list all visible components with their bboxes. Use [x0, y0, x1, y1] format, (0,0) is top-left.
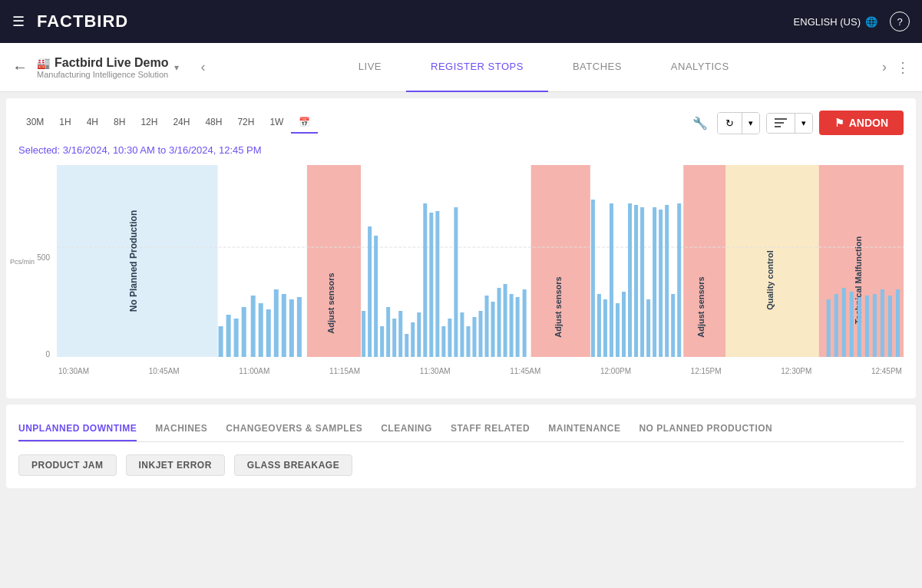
time-btn-48h[interactable]: 48H	[197, 112, 230, 134]
back-button[interactable]: ←	[12, 58, 28, 76]
machine-info: 🏭 Factbird Live Demo Manufacturing Intel…	[37, 56, 168, 79]
more-options-button[interactable]: ⋮	[896, 59, 910, 76]
svg-rect-77	[888, 296, 892, 357]
svg-rect-37	[423, 203, 427, 357]
y-label-zero: 0	[45, 350, 50, 358]
bottom-tab-changeovers[interactable]: CHANGEOVERS & SAMPLES	[226, 417, 362, 441]
svg-rect-29	[374, 236, 378, 357]
svg-rect-53	[523, 289, 527, 357]
tab-register-stops[interactable]: REGISTER STOPS	[406, 43, 548, 92]
tab-batches[interactable]: BATCHES	[548, 43, 646, 92]
svg-rect-51	[510, 294, 514, 357]
time-btn-30m[interactable]: 30M	[18, 112, 51, 134]
chart-area: 500 Pcs/min 0	[18, 165, 904, 380]
svg-rect-1	[775, 122, 784, 124]
filter-icon	[775, 118, 787, 127]
svg-rect-31	[386, 307, 390, 357]
bottom-tab-unplanned-downtime[interactable]: UNPLANNED DOWNTIME	[18, 417, 137, 441]
bottom-tab-staff-related[interactable]: STAFF RELATED	[451, 417, 530, 441]
svg-rect-72	[850, 292, 854, 357]
x-label-1045: 10:45AM	[149, 367, 180, 375]
x-label-1245: 12:45PM	[871, 367, 902, 375]
stop-tag-inkjet-error[interactable]: INKJET ERROR	[126, 454, 225, 476]
stop-tag-glass-breakage[interactable]: GLASS BREAKAGE	[234, 454, 352, 476]
svg-rect-68	[677, 203, 681, 357]
time-btn-12h[interactable]: 12H	[133, 112, 165, 134]
svg-rect-67	[671, 294, 675, 357]
svg-rect-52	[516, 297, 520, 357]
stop-tag-product-jam[interactable]: PRODUCT JAM	[18, 454, 117, 476]
time-btn-4h[interactable]: 4H	[79, 112, 106, 134]
svg-rect-27	[362, 311, 365, 357]
filter-button[interactable]	[767, 114, 795, 133]
svg-rect-42	[454, 207, 458, 357]
refresh-btn-group: ↻ ▾	[717, 112, 760, 134]
svg-rect-54	[591, 200, 595, 357]
time-btn-72h[interactable]: 72H	[230, 112, 262, 134]
svg-text:Adjust sensors: Adjust sensors	[696, 276, 706, 337]
svg-rect-60	[628, 203, 632, 357]
next-button[interactable]: ›	[873, 59, 896, 75]
svg-rect-71	[842, 288, 846, 357]
svg-rect-55	[597, 294, 601, 357]
y-label-mid: 500	[37, 253, 50, 262]
svg-rect-65	[659, 210, 663, 357]
machine-dropdown-arrow[interactable]: ▾	[174, 62, 179, 73]
chart-inner: No Planned Production Adjust sensors Adj…	[57, 165, 904, 357]
refresh-button[interactable]: ↻	[718, 113, 742, 134]
bottom-section: UNPLANNED DOWNTIME MACHINES CHANGEOVERS …	[6, 405, 916, 488]
x-label-1100: 11:00AM	[239, 367, 269, 375]
svg-rect-38	[429, 213, 433, 357]
svg-rect-30	[380, 326, 384, 357]
svg-rect-69	[827, 299, 831, 357]
svg-rect-25	[289, 299, 294, 357]
help-button[interactable]: ?	[890, 12, 910, 31]
time-btn-calendar[interactable]: 📅	[291, 112, 318, 134]
svg-text:Quality control: Quality control	[765, 250, 775, 310]
selected-prefix: Selected:	[18, 144, 60, 156]
time-btn-1h[interactable]: 1H	[51, 112, 78, 134]
hamburger-icon[interactable]: ☰	[12, 13, 25, 30]
svg-rect-57	[610, 203, 613, 357]
filter-dropdown-arrow[interactable]: ▾	[795, 114, 812, 133]
svg-rect-49	[497, 288, 501, 357]
svg-rect-74	[865, 296, 869, 357]
svg-rect-34	[405, 334, 408, 357]
stop-tags: PRODUCT JAM INKJET ERROR GLASS BREAKAGE	[18, 454, 904, 476]
svg-rect-18	[234, 319, 239, 357]
svg-rect-23	[274, 289, 279, 357]
x-label-1145: 11:45AM	[510, 367, 540, 375]
selected-date: Selected: 3/16/2024, 10:30 AM to 3/16/20…	[18, 144, 904, 156]
time-btn-24h[interactable]: 24H	[165, 112, 197, 134]
sub-nav: ← 🏭 Factbird Live Demo Manufacturing Int…	[0, 43, 922, 92]
svg-text:Adjust sensors: Adjust sensors	[554, 276, 563, 337]
tab-analytics[interactable]: ANALYTICS	[646, 43, 754, 92]
refresh-dropdown-arrow[interactable]: ▾	[742, 113, 759, 134]
svg-rect-62	[640, 207, 644, 357]
settings-wrench-icon[interactable]: 🔧	[692, 116, 708, 130]
language-label: ENGLISH (US)	[794, 16, 861, 28]
svg-text:No Planned Production: No Planned Production	[128, 210, 139, 312]
bottom-tab-no-planned-production[interactable]: NO PLANNED PRODUCTION	[639, 417, 772, 441]
svg-rect-22	[266, 309, 271, 357]
time-btn-1w[interactable]: 1W	[262, 112, 291, 134]
tab-live[interactable]: LIVE	[334, 43, 406, 92]
x-label-1115: 11:15AM	[329, 367, 360, 375]
bottom-tab-machines[interactable]: MACHINES	[155, 417, 207, 441]
andon-icon: ⚑	[834, 117, 844, 129]
logo: FACTBIRD	[37, 12, 128, 31]
bottom-tab-cleaning[interactable]: CLEANING	[381, 417, 432, 441]
svg-rect-32	[392, 319, 396, 357]
andon-button[interactable]: ⚑ ANDON	[819, 111, 904, 135]
time-btn-8h[interactable]: 8H	[106, 112, 133, 134]
prev-button[interactable]: ‹	[191, 59, 214, 75]
svg-rect-73	[858, 297, 861, 357]
svg-rect-35	[411, 322, 415, 357]
andon-label: ANDON	[849, 117, 888, 129]
svg-rect-40	[441, 326, 445, 357]
svg-rect-58	[616, 303, 620, 357]
bottom-tab-maintenance[interactable]: MAINTENANCE	[548, 417, 620, 441]
x-label-1200: 12:00PM	[600, 367, 631, 375]
language-selector[interactable]: ENGLISH (US) 🌐	[794, 16, 877, 28]
x-label-1230: 12:30PM	[781, 367, 811, 375]
